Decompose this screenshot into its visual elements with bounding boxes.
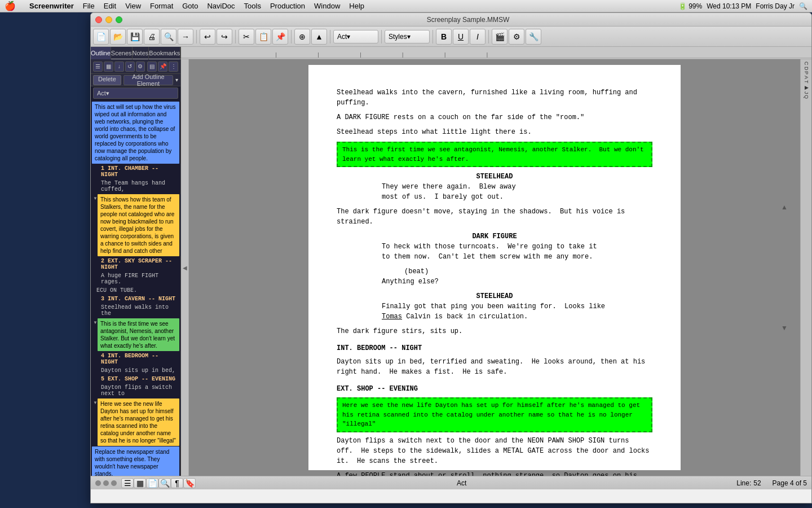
traffic-lights	[95, 16, 122, 23]
copy-button[interactable]: 📋	[255, 29, 271, 45]
extra-button[interactable]: 🔧	[526, 29, 541, 45]
notes-tab[interactable]: Notes	[133, 47, 149, 59]
outline-settings-btn[interactable]: ⚙	[136, 62, 145, 72]
separator-5	[381, 30, 382, 43]
insert-button[interactable]: ⊕	[294, 29, 310, 45]
menu-format[interactable]: Format	[150, 2, 173, 10]
sidebar-arrow[interactable]: ▶	[804, 85, 809, 90]
new-button[interactable]: 📄	[93, 29, 109, 45]
outline-content: This act will set up how the virus wiped…	[91, 100, 180, 476]
status-traffic-lights	[95, 480, 117, 486]
minimize-button[interactable]	[105, 16, 112, 23]
outline-scene-1[interactable]: 1 INT. CHAMBER -- NIGHT	[92, 164, 179, 179]
script-action-1: Steelhead walks into the cavern, furnish…	[337, 87, 652, 108]
title-bar: Screenplay Sample.MMSW	[91, 13, 811, 27]
status-search-btn[interactable]: 🔍	[158, 478, 171, 488]
add-outline-button[interactable]: Add Outline Element	[123, 75, 173, 85]
menu-file[interactable]: File	[83, 2, 95, 10]
status-para-btn[interactable]: ¶	[171, 478, 183, 488]
scenes-tab[interactable]: Scenes	[111, 47, 133, 59]
scroll-up-arrow[interactable]: ▲	[781, 203, 788, 211]
outline-note-5[interactable]: Replace the newspaper stand with somethi…	[92, 446, 179, 476]
outline-note-3[interactable]: This is the first time we see antagonist…	[98, 318, 179, 351]
menu-navidoc[interactable]: NaviDoc	[207, 2, 235, 10]
sidebar-a[interactable]: A	[804, 76, 809, 79]
act-level-dropdown[interactable]: Act ▾	[93, 87, 178, 99]
sidebar-p[interactable]: P	[804, 71, 809, 75]
undo-button[interactable]: ↩	[200, 29, 215, 45]
paste-button[interactable]: 📌	[272, 29, 288, 45]
script-note-1[interactable]: This is the first time we see antagonist…	[337, 142, 652, 167]
outline-note-1[interactable]: This act will set up how the virus wiped…	[92, 102, 179, 164]
outline-down-btn[interactable]: ↓	[114, 62, 124, 72]
window-title: Screenplay Sample.MMSW	[129, 16, 807, 24]
delete-button[interactable]: Delete	[93, 75, 121, 85]
outline-note-4[interactable]: Here we see the new life Dayton has set …	[98, 398, 179, 446]
outline-note-2[interactable]: This shows how this team of Stalkers, th…	[98, 194, 179, 256]
scroll-down-arrow[interactable]: ▼	[781, 324, 788, 332]
sidebar-c[interactable]: C	[804, 62, 809, 65]
add-arrow[interactable]: ▾	[175, 77, 178, 83]
close-button[interactable]	[95, 16, 102, 23]
act-dropdown[interactable]: Act ▾	[333, 30, 378, 43]
outline-loop-btn[interactable]: ↺	[125, 62, 135, 72]
menu-screenwriter[interactable]: Screenwriter	[29, 2, 74, 10]
zoom-button[interactable]: 🔍	[161, 29, 176, 45]
italic-button[interactable]: I	[470, 29, 486, 45]
outline-scene-3[interactable]: 3 INT. CAVERN -- NIGHT	[92, 295, 179, 303]
status-doc-btn[interactable]: 📄	[146, 478, 158, 488]
menu-tools[interactable]: Tools	[244, 2, 261, 10]
script-scroll[interactable]: Steelhead walks into the cavern, furnish…	[189, 59, 800, 476]
open-button[interactable]: 📂	[110, 29, 126, 45]
outline-pin-btn[interactable]: 📌	[158, 62, 167, 72]
save-button[interactable]: 💾	[127, 29, 143, 45]
styles-dropdown[interactable]: Styles ▾	[385, 30, 430, 43]
separator-3	[291, 30, 292, 43]
maximize-button[interactable]	[116, 16, 122, 23]
menu-goto[interactable]: Goto	[182, 2, 198, 10]
outline-extra-btn[interactable]: ⋮	[169, 62, 178, 72]
menu-help[interactable]: Help	[349, 2, 364, 10]
cut-button[interactable]: ✂	[239, 29, 254, 45]
left-collapse-arrow[interactable]: ◀	[183, 265, 187, 271]
search-icon[interactable]: 🔍	[799, 2, 807, 10]
underline-button[interactable]: U	[453, 29, 469, 45]
script-note-1-wrapper: This is the first time we see antagonist…	[337, 142, 652, 167]
status-list-btn[interactable]: ☰	[121, 478, 134, 488]
status-bookmark-btn[interactable]: 🔖	[183, 478, 196, 488]
redo-button[interactable]: ↪	[217, 29, 232, 45]
settings-button[interactable]: ⚙	[509, 29, 524, 45]
separator-1	[196, 30, 197, 43]
script-char-1: STEELHEAD	[337, 172, 652, 182]
outline-view-btn[interactable]: ▤	[147, 62, 157, 72]
menu-edit[interactable]: Edit	[104, 2, 116, 10]
bold-button[interactable]: B	[436, 29, 452, 45]
print-button[interactable]: 🖨	[144, 29, 160, 45]
script-action-8: A few PEOPLE stand about or stroll, noth…	[337, 471, 652, 476]
outline-list-btn[interactable]: ☰	[93, 62, 103, 72]
menu-production[interactable]: Production	[270, 2, 305, 10]
outline-scene-4[interactable]: 4 INT. BEDROOM -- NIGHT	[92, 352, 179, 366]
film-button[interactable]: 🎬	[492, 29, 508, 45]
sidebar-d[interactable]: D	[804, 67, 809, 71]
sidebar-t[interactable]: T	[804, 80, 809, 84]
sidebar-j[interactable]: J	[804, 91, 809, 94]
format-up-button[interactable]: ▲	[311, 29, 327, 45]
outline-chart-btn[interactable]: ▦	[104, 62, 113, 72]
outline-scene-2[interactable]: 2 EXT. SKY SCRAPER -- NIGHT	[92, 257, 179, 271]
sidebar-q[interactable]: Q	[804, 95, 809, 99]
script-char-2: DARK FIGURE	[337, 231, 652, 242]
menu-view[interactable]: View	[125, 2, 141, 10]
menu-window[interactable]: Window	[314, 2, 340, 10]
outline-tab[interactable]: Outline	[91, 47, 111, 59]
status-grid-btn[interactable]: ▦	[134, 478, 146, 488]
status-light-1	[95, 480, 101, 486]
outline-scene-5[interactable]: 5 EXT. SHOP -- EVENING	[92, 375, 179, 383]
script-panel: Steelhead walks into the cavern, furnish…	[189, 59, 800, 476]
outline-scene-5-text: Dayton flips a switch next to	[92, 383, 179, 398]
bookmarks-tab[interactable]: Bookmarks	[149, 47, 180, 59]
separator-2	[235, 30, 236, 43]
apple-menu[interactable]: 🍎	[5, 1, 16, 11]
forward-button[interactable]: →	[178, 29, 193, 45]
script-note-2[interactable]: Here we see the new life Dayton has set …	[337, 397, 652, 432]
